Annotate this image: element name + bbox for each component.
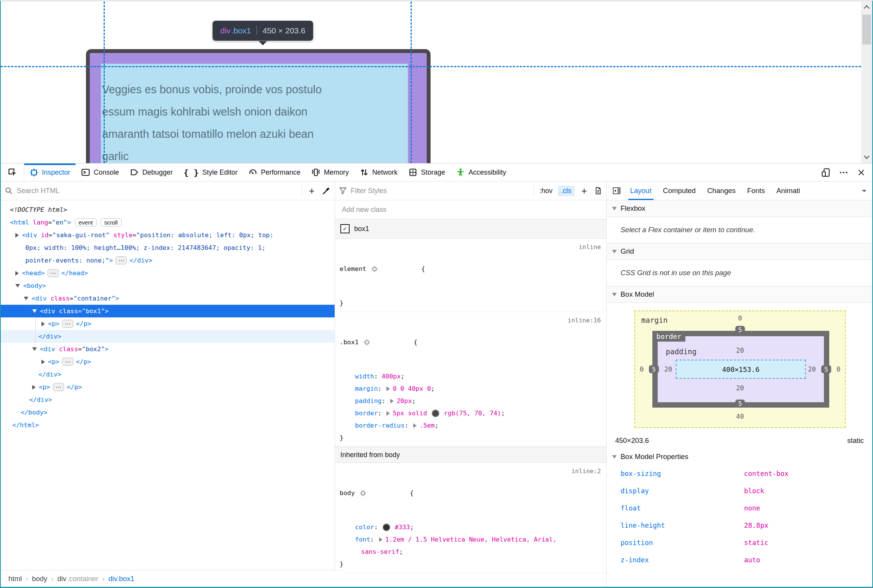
sidebar-toggle-icon[interactable] [612,186,621,195]
breadcrumb[interactable]: html›body›div.container›div.box1 [1,570,342,587]
property-name[interactable]: position [607,539,744,547]
markup-row[interactable]: <div id="saka-gui-root" style="position:… [1,229,335,241]
token: > [109,257,113,264]
markup-row[interactable]: </div> [1,393,335,406]
devtools-close-button[interactable] [852,164,870,181]
box-model-diagram[interactable]: margin border padding 400×153.6 0 5 20 2… [634,311,846,428]
tab-debugger[interactable]: Debugger [124,164,178,181]
class-panel-toggle[interactable]: .cls [558,186,574,196]
tab-style-editor[interactable]: { } Style Editor [178,164,243,181]
caret-down-icon [612,455,617,459]
padding-top-value[interactable]: 20 [736,347,744,354]
add-rule-button[interactable]: + [578,186,591,196]
padding-right-value[interactable]: 20 [808,365,816,373]
tab-animations[interactable]: Animati [771,182,805,200]
padding-bottom-value[interactable]: 20 [736,384,744,392]
element-dimensions: 450×203.6 [615,436,649,445]
add-node-button[interactable]: + [305,186,319,196]
markup-row[interactable]: <div class="box2"> [1,343,335,355]
rule-source-link[interactable]: inline [579,241,601,253]
filter-styles-input[interactable] [350,187,531,195]
box-model-properties-header[interactable]: Box Model Properties [607,449,872,465]
tab-console[interactable]: Console [76,164,124,181]
tab-storage[interactable]: Storage [403,164,451,181]
rule-selector-line[interactable]: body { [340,465,602,521]
property-name[interactable]: box-sizing [607,470,744,477]
markup-row[interactable]: </body> [1,406,335,419]
markup-row[interactable]: </div> [1,368,335,381]
tab-fonts[interactable]: Fonts [742,182,770,200]
tab-memory[interactable]: Memory [306,164,354,181]
markup-row[interactable]: <p>⋯</p> [1,381,335,393]
class-checkbox[interactable]: ✓ [340,224,350,233]
tab-layout[interactable]: Layout [625,182,657,200]
box-model-section-header[interactable]: Box Model [607,286,872,303]
token: </p> [67,383,82,391]
margin-top-value[interactable]: 0 [738,314,742,322]
add-new-class-input[interactable] [341,205,600,214]
tab-accessibility[interactable]: Accessibility [451,164,512,181]
markup-row[interactable]: <div class="container"> [1,292,335,305]
css-declaration[interactable]: border-radius: .5em; [340,420,602,432]
rule-selector-line[interactable]: .box1 { [340,314,602,370]
border-top-value[interactable]: 5 [735,326,745,334]
padding-left-value[interactable]: 20 [664,365,672,373]
rule-source-link[interactable]: inline:16 [568,314,601,327]
markup-row[interactable]: 0px; width: 100%; height…100%; z-index: … [1,241,335,254]
border-right-value[interactable]: 5 [821,365,831,373]
selector-highlighter-icon[interactable] [360,465,405,521]
css-declaration[interactable]: border: 5px solid rgb(75, 70, 74); [340,407,602,420]
caret-down-icon [612,207,617,210]
tab-inspector[interactable]: Inspector [24,164,76,181]
flexbox-section-header[interactable]: Flexbox [607,200,872,217]
markup-row-selected[interactable]: <div class="box1"> [1,305,335,317]
scroll-down-icon[interactable] [863,154,870,160]
selector-highlighter-icon[interactable] [363,314,409,370]
pick-element-button[interactable] [1,164,24,181]
tab-network[interactable]: Network [354,164,403,181]
margin-bottom-value[interactable]: 40 [736,413,744,420]
markup-row[interactable]: <p>⋯</p> [1,317,335,330]
selector-highlighter-icon[interactable] [371,241,417,297]
css-declaration[interactable]: width: 400px; [340,370,602,383]
property-name[interactable]: float [607,504,744,512]
token: .container [67,575,98,583]
tab-computed[interactable]: Computed [658,182,701,200]
box-model-content[interactable]: 400×153.6 [676,360,806,379]
eyedropper-icon[interactable] [322,186,331,195]
margin-left-value[interactable]: 0 [640,365,644,373]
css-declaration[interactable]: color: #333; [340,521,602,533]
markup-row[interactable]: <body> [1,279,335,292]
rule-source-link[interactable]: inline:2 [571,465,601,477]
devtools-menu-button[interactable] [835,164,852,181]
tab-changes[interactable]: Changes [702,182,741,200]
print-media-icon[interactable] [594,187,602,195]
tabs-overflow-icon[interactable] [861,187,868,194]
css-declaration-wrap[interactable]: sans-serif; [340,546,602,558]
border-bottom-value[interactable]: 5 [735,400,745,408]
markup-row[interactable]: <p>⋯</p> [1,355,335,368]
rule-selector-line[interactable]: element { [340,241,602,297]
responsive-design-button[interactable] [817,164,835,181]
pseudo-class-toggle[interactable]: :hov [537,187,555,195]
markup-row[interactable]: </div> [1,330,335,343]
css-declaration[interactable]: margin: 0 0 40px 0; [340,383,602,395]
css-declaration[interactable]: padding: 20px; [340,395,602,407]
border-left-value[interactable]: 5 [649,365,659,373]
markup-row[interactable]: <html lang="en">eventscroll [1,216,335,229]
search-html-input[interactable] [16,187,299,195]
scrollbar-thumb[interactable] [862,15,871,45]
property-name[interactable]: display [607,487,744,495]
tab-performance[interactable]: Performance [243,164,306,181]
css-declaration[interactable]: font: 1.2em / 1.5 Helvetica Neue, Helvet… [340,533,602,546]
grid-section-header[interactable]: Grid [607,243,872,260]
markup-row[interactable]: <!DOCTYPE html> [1,203,335,216]
property-name[interactable]: line-height [607,522,744,529]
property-name[interactable]: z-index [607,556,744,564]
markup-row[interactable]: </html> [1,419,335,431]
markup-row[interactable]: <head>⋯</head> [1,267,335,279]
page-scrollbar[interactable] [861,2,872,163]
markup-row[interactable]: pointer-events: none;">⋯</div> [1,254,335,267]
margin-right-value[interactable]: 0 [837,365,840,373]
scroll-up-icon[interactable] [863,5,870,10]
